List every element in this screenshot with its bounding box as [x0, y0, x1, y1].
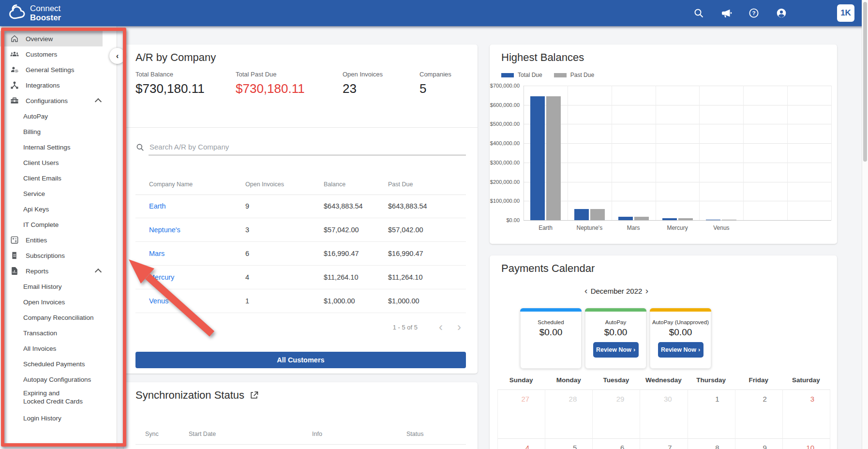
sidebar-item-label: AutoPay — [23, 113, 48, 120]
sidebar-subitem-client-emails[interactable]: Client Emails — [0, 170, 117, 186]
y-axis-tick-label: $400,000.00 — [490, 140, 520, 146]
stat-value: 5 — [419, 81, 451, 96]
sidebar-subitem-billing[interactable]: Billing — [0, 124, 117, 139]
header-icons: ? — [693, 7, 787, 19]
ar-search-input[interactable] — [149, 139, 466, 155]
gridline — [524, 182, 831, 182]
sidebar-item-configurations[interactable]: Configurations — [0, 93, 117, 108]
sidebar-item-label: Entities — [26, 237, 47, 244]
sidebar-subitem-scheduled-payments[interactable]: Scheduled Payments — [0, 356, 117, 372]
svg-text:?: ? — [752, 10, 755, 16]
calendar-day-8: 8 — [688, 439, 735, 449]
sidebar-subitem-it-complete[interactable]: IT Complete — [0, 217, 117, 232]
weekday-saturday: Saturday — [782, 376, 830, 384]
company-link[interactable]: Neptune's — [135, 226, 232, 234]
sidebar-item-label: Subscriptions — [26, 252, 65, 259]
gridline — [787, 86, 788, 220]
y-axis-tick-label: $500,000.00 — [490, 121, 520, 127]
open-in-new-icon[interactable] — [249, 390, 259, 400]
review-now-button[interactable]: Review Now› — [593, 342, 639, 358]
sidebar-item-label: Customers — [26, 51, 57, 58]
prev-month-icon[interactable]: ‹ — [584, 285, 587, 296]
sidebar-item-label: Autopay Configurations — [23, 376, 91, 383]
bar-earth-total-due — [530, 96, 545, 220]
stat-label: Total Past Due — [236, 71, 343, 78]
column-header-open-invoices: Open Invoices — [232, 181, 310, 188]
page-scrollbar — [862, 0, 868, 449]
pagination-next-icon[interactable]: › — [457, 321, 461, 333]
search-icon[interactable] — [693, 7, 704, 19]
summary-card-accent — [585, 308, 646, 312]
sidebar-item-subscriptions[interactable]: Subscriptions — [0, 248, 117, 263]
cell-past_due: $1,000.00 — [374, 297, 466, 305]
x-axis-label-venus: Venus — [699, 224, 743, 231]
ar-table-body: Earth9$643,883.54$643,883.54Neptune's3$5… — [135, 195, 466, 313]
summary-card-label: Scheduled — [521, 319, 581, 325]
calendar-grid: 2728293012345678910 — [497, 389, 830, 449]
sidebar-item-entities[interactable]: Entities — [0, 232, 117, 248]
sidebar-subitem-open-invoices[interactable]: Open Invoices — [0, 294, 117, 310]
bar-venus-total-due — [706, 220, 720, 220]
sidebar-subitem-autopay-configurations[interactable]: Autopay Configurations — [0, 372, 117, 387]
calendar-weekday-header: SundayMondayTuesdayWednesdayThursdayFrid… — [497, 376, 830, 384]
kaseya-1k-badge[interactable]: 1K — [837, 4, 854, 22]
sync-column-header-info: Info — [302, 431, 397, 437]
cell-past_due: $11,264.10 — [374, 273, 466, 281]
sidebar-subitem-login-history[interactable]: Login History — [0, 410, 117, 426]
company-link[interactable]: Mars — [135, 250, 232, 257]
sidebar-item-customers[interactable]: Customers — [0, 46, 117, 62]
announcements-megaphone-icon[interactable] — [720, 7, 732, 19]
bar-mercury-past-due — [678, 218, 693, 220]
summary-card-autopay: AutoPay$0.00Review Now› — [585, 308, 646, 369]
divider — [124, 127, 478, 128]
bar-mercury-total-due — [662, 218, 677, 220]
all-customers-button[interactable]: All Customers — [135, 352, 466, 368]
help-icon[interactable]: ? — [748, 7, 760, 19]
review-now-label: Review Now — [596, 346, 631, 353]
sidebar-subitem-internal-settings[interactable]: Internal Settings — [0, 139, 117, 155]
ar-stats: Total Balance$730,180.11Total Past Due$7… — [135, 71, 466, 96]
bar-mars-past-due — [634, 217, 649, 220]
stat-label: Open Invoices — [343, 71, 419, 78]
sidebar-subitem-company-reconciliation[interactable]: Company Reconciliation — [0, 310, 117, 325]
sync-column-header-start-date: Start Date — [179, 431, 302, 437]
sidebar-item-label: Login History — [23, 415, 61, 422]
sidebar-item-reports[interactable]: Reports — [0, 263, 117, 279]
cell-balance: $643,883.54 — [310, 202, 374, 210]
column-header-past-due: Past Due — [374, 181, 466, 188]
sidebar-item-label: Reports — [26, 268, 48, 275]
sidebar-item-label: All Invoices — [23, 345, 56, 352]
sidebar-subitem-expiring-and-locked-credit-cards[interactable]: Expiring and Locked Credit Cards — [0, 387, 117, 410]
sidebar-subitem-email-history[interactable]: Email History — [0, 279, 117, 294]
gridline — [524, 220, 831, 221]
sidebar-item-overview[interactable]: Overview — [0, 31, 103, 46]
connectbooster-logo: Connect Booster — [6, 2, 61, 24]
next-month-icon[interactable]: › — [645, 285, 648, 296]
sidebar-subitem-transaction[interactable]: Transaction — [0, 325, 117, 341]
scrollbar-thumb[interactable] — [863, 2, 867, 162]
company-link[interactable]: Venus — [135, 297, 232, 305]
column-header-balance: Balance — [310, 181, 374, 188]
calendar-day-30: 30 — [640, 390, 688, 439]
sidebar-subitem-autopay[interactable]: AutoPay — [0, 108, 117, 124]
pagination-prev-icon[interactable]: ‹ — [439, 321, 443, 333]
sidebar-item-general-settings[interactable]: General Settings — [0, 62, 117, 77]
account-icon[interactable] — [776, 7, 787, 19]
sidebar-subitem-api-keys[interactable]: Api Keys — [0, 201, 117, 217]
sidebar-collapse-button[interactable]: ‹ — [109, 48, 125, 64]
sidebar-item-integrations[interactable]: Integrations — [0, 77, 117, 93]
company-link[interactable]: Earth — [135, 202, 232, 210]
cell-open_invoices: 4 — [232, 273, 310, 281]
sidebar-subitem-all-invoices[interactable]: All Invoices — [0, 341, 117, 356]
sidebar-subitem-service[interactable]: Service — [0, 186, 117, 201]
sidebar-subitem-client-users[interactable]: Client Users — [0, 155, 117, 170]
stat-value: $730,180.11 — [135, 81, 236, 96]
gridline — [524, 86, 831, 86]
sidebar-item-label: Client Users — [23, 159, 59, 166]
table-row-earth: Earth9$643,883.54$643,883.54 — [135, 195, 466, 218]
chevron-up-icon — [95, 98, 102, 105]
company-link[interactable]: Mercury — [135, 273, 232, 281]
review-now-button[interactable]: Review Now› — [658, 342, 703, 358]
calendar-week-row: 27282930123 — [498, 390, 830, 439]
calendar-day-7: 7 — [640, 439, 688, 449]
